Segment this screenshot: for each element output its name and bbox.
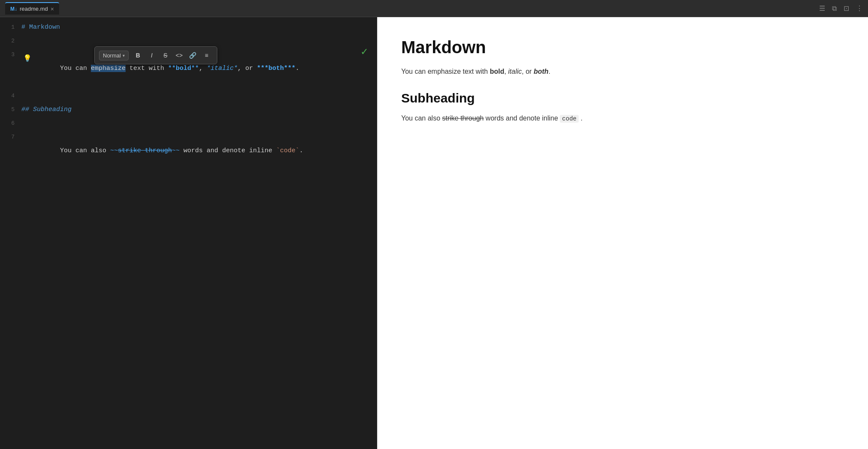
table-row: 7 You can also ~~strike through~~ words … [0,130,377,172]
preview-p2-strike: strike through [442,115,484,122]
formatting-toolbar: Normal ▾ B I S <> 🔗 ≡ [94,46,217,64]
image-preview-icon[interactable]: ⊡ [844,4,849,12]
table-row: 4 [0,89,377,103]
preview-heading2: Subheading [401,91,844,105]
table-row: 1 # Markdown [0,21,377,34]
split-view-icon[interactable]: ⧉ [832,5,837,12]
lightbulb-icon[interactable]: 💡 [23,54,32,62]
line-number-7: 7 [0,130,21,144]
line-content-5[interactable]: ## Subheading [21,103,377,117]
preview-p1-comma2: , or [522,68,534,75]
tab-close-button[interactable]: × [51,6,54,12]
preview-p1-bolditalic: both [534,68,549,75]
preview-paragraph1: You can emphasize text with bold, italic… [401,66,844,77]
italic-button[interactable]: I [146,49,158,61]
preview-p1-italic: italic [508,68,522,75]
table-row: 6 [0,117,377,130]
markdown-tab-icon: M↓ [10,6,17,12]
preview-p2-end: . [579,115,583,122]
preview-p2-plain1: You can also [401,115,442,122]
line-content-7[interactable]: You can also ~~strike through~~ words an… [21,130,377,172]
preview-p1-plain1: You can emphasize text with [401,68,490,75]
line-number-1: 1 [0,21,21,34]
code-button[interactable]: <> [173,49,185,61]
tab-filename: readme.md [20,6,48,12]
editor-pane[interactable]: Normal ▾ B I S <> 🔗 ≡ 💡 ✓ 1 # Markdown 2 [0,17,377,449]
title-bar-left: M↓ readme.md × [5,2,59,15]
preview-heading1: Markdown [401,38,844,57]
preview-p1-comma1: , [504,68,508,75]
chevron-down-icon: ▾ [123,53,125,58]
link-button[interactable]: 🔗 [187,49,199,61]
preview-p2-code: code [560,115,579,123]
style-label: Normal [103,52,121,59]
line-number-2: 2 [0,34,21,48]
checkmark-icon: ✓ [360,46,368,57]
editor-lines: 1 # Markdown 2 3 You can emphasize text … [0,17,377,449]
line-number-3: 3 [0,48,21,62]
line-number-6: 6 [0,117,21,130]
preview-pane: Markdown You can emphasize text with bol… [377,17,868,449]
strikethrough-button[interactable]: S [159,49,171,61]
preview-paragraph2: You can also strike through words and de… [401,112,844,124]
line-number-5: 5 [0,103,21,117]
more-options-icon[interactable]: ⋮ [856,4,863,12]
main-content: Normal ▾ B I S <> 🔗 ≡ 💡 ✓ 1 # Markdown 2 [0,17,868,449]
table-row: 5 ## Subheading [0,103,377,117]
hamburger-icon[interactable]: ☰ [819,4,825,12]
title-bar: M↓ readme.md × ☰ ⧉ ⊡ ⋮ [0,0,868,17]
style-dropdown[interactable]: Normal ▾ [99,51,129,60]
line-content-1[interactable]: # Markdown [21,21,377,34]
preview-p1-bold: bold [490,68,505,75]
line-content-6[interactable] [21,117,377,130]
file-tab[interactable]: M↓ readme.md × [5,2,59,15]
line-content-4[interactable] [21,89,377,103]
bold-button[interactable]: B [132,49,144,61]
line-number-4: 4 [0,89,21,103]
preview-p1-end: . [549,68,550,75]
preview-p2-plain2: words and denote inline [484,115,560,122]
title-bar-right: ☰ ⧉ ⊡ ⋮ [819,4,863,12]
list-button[interactable]: ≡ [201,49,213,61]
